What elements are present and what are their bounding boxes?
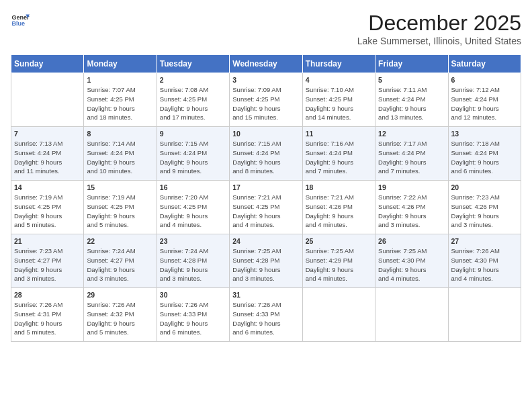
day-detail: Sunrise: 7:26 AM Sunset: 4:33 PM Dayligh…: [160, 300, 226, 337]
weekday-header-row: SundayMondayTuesdayWednesdayThursdayFrid…: [11, 55, 521, 73]
calendar-table: SundayMondayTuesdayWednesdayThursdayFrid…: [11, 54, 521, 342]
day-detail: Sunrise: 7:13 AM Sunset: 4:24 PM Dayligh…: [14, 139, 81, 176]
day-detail: Sunrise: 7:16 AM Sunset: 4:24 PM Dayligh…: [306, 139, 372, 176]
day-number: 4: [306, 76, 372, 84]
weekday-header-cell: Saturday: [448, 55, 521, 73]
calendar-cell: 8Sunrise: 7:14 AM Sunset: 4:24 PM Daylig…: [84, 127, 157, 181]
day-detail: Sunrise: 7:18 AM Sunset: 4:24 PM Dayligh…: [451, 139, 518, 176]
calendar-cell: 28Sunrise: 7:26 AM Sunset: 4:31 PM Dayli…: [11, 288, 84, 342]
day-number: 24: [232, 237, 299, 245]
day-number: 17: [232, 183, 299, 191]
month-title: December 2025: [357, 11, 521, 36]
day-detail: Sunrise: 7:22 AM Sunset: 4:26 PM Dayligh…: [378, 193, 445, 230]
day-detail: Sunrise: 7:19 AM Sunset: 4:25 PM Dayligh…: [87, 193, 153, 230]
calendar-cell: 3Sunrise: 7:09 AM Sunset: 4:25 PM Daylig…: [230, 73, 302, 127]
day-number: 12: [378, 130, 445, 138]
day-detail: Sunrise: 7:26 AM Sunset: 4:31 PM Dayligh…: [14, 300, 81, 337]
calendar-cell: 9Sunrise: 7:15 AM Sunset: 4:24 PM Daylig…: [157, 127, 229, 181]
day-number: 25: [306, 237, 372, 245]
day-number: 27: [451, 237, 518, 245]
day-number: 16: [160, 183, 226, 191]
calendar-cell: 24Sunrise: 7:25 AM Sunset: 4:28 PM Dayli…: [230, 234, 302, 288]
day-detail: Sunrise: 7:15 AM Sunset: 4:24 PM Dayligh…: [232, 139, 299, 176]
calendar-week-row: 1Sunrise: 7:07 AM Sunset: 4:25 PM Daylig…: [11, 73, 521, 127]
title-area: December 2025 Lake Summerset, Illinois, …: [357, 11, 521, 46]
day-detail: Sunrise: 7:09 AM Sunset: 4:25 PM Dayligh…: [232, 85, 299, 122]
day-detail: Sunrise: 7:17 AM Sunset: 4:24 PM Dayligh…: [378, 139, 445, 176]
calendar-cell: 17Sunrise: 7:21 AM Sunset: 4:25 PM Dayli…: [230, 181, 302, 234]
calendar-cell: [448, 288, 521, 342]
day-detail: Sunrise: 7:19 AM Sunset: 4:25 PM Dayligh…: [14, 193, 81, 230]
day-detail: Sunrise: 7:25 AM Sunset: 4:28 PM Dayligh…: [232, 246, 299, 283]
day-detail: Sunrise: 7:11 AM Sunset: 4:24 PM Dayligh…: [378, 85, 445, 122]
calendar-cell: 13Sunrise: 7:18 AM Sunset: 4:24 PM Dayli…: [448, 127, 521, 181]
weekday-header-cell: Tuesday: [157, 55, 229, 73]
day-detail: Sunrise: 7:23 AM Sunset: 4:27 PM Dayligh…: [14, 246, 81, 283]
day-number: 15: [87, 183, 153, 191]
weekday-header-cell: Thursday: [302, 55, 375, 73]
calendar-week-row: 21Sunrise: 7:23 AM Sunset: 4:27 PM Dayli…: [11, 234, 521, 288]
day-detail: Sunrise: 7:25 AM Sunset: 4:30 PM Dayligh…: [378, 246, 445, 283]
day-number: 29: [87, 291, 153, 299]
calendar-body: 1Sunrise: 7:07 AM Sunset: 4:25 PM Daylig…: [11, 73, 521, 342]
day-detail: Sunrise: 7:26 AM Sunset: 4:32 PM Dayligh…: [87, 300, 153, 337]
weekday-header-cell: Wednesday: [230, 55, 302, 73]
day-number: 13: [451, 130, 518, 138]
day-number: 26: [378, 237, 445, 245]
calendar-cell: 20Sunrise: 7:23 AM Sunset: 4:26 PM Dayli…: [448, 181, 521, 234]
calendar-cell: 12Sunrise: 7:17 AM Sunset: 4:24 PM Dayli…: [375, 127, 448, 181]
calendar-cell: 10Sunrise: 7:15 AM Sunset: 4:24 PM Dayli…: [230, 127, 302, 181]
calendar-cell: 22Sunrise: 7:24 AM Sunset: 4:27 PM Dayli…: [84, 234, 157, 288]
day-detail: Sunrise: 7:26 AM Sunset: 4:33 PM Dayligh…: [232, 300, 299, 337]
day-number: 30: [160, 291, 226, 299]
day-detail: Sunrise: 7:26 AM Sunset: 4:30 PM Dayligh…: [451, 246, 518, 283]
calendar-cell: 4Sunrise: 7:10 AM Sunset: 4:25 PM Daylig…: [302, 73, 375, 127]
day-detail: Sunrise: 7:07 AM Sunset: 4:25 PM Dayligh…: [87, 85, 153, 122]
calendar-cell: 27Sunrise: 7:26 AM Sunset: 4:30 PM Dayli…: [448, 234, 521, 288]
calendar-cell: [375, 288, 448, 342]
calendar-week-row: 7Sunrise: 7:13 AM Sunset: 4:24 PM Daylig…: [11, 127, 521, 181]
calendar-cell: 18Sunrise: 7:21 AM Sunset: 4:26 PM Dayli…: [302, 181, 375, 234]
logo: General Blue: [11, 11, 31, 30]
day-number: 28: [14, 291, 81, 299]
calendar-cell: [302, 288, 375, 342]
weekday-header-cell: Friday: [375, 55, 448, 73]
day-number: 22: [87, 237, 153, 245]
day-number: 19: [378, 183, 445, 191]
calendar-cell: 2Sunrise: 7:08 AM Sunset: 4:25 PM Daylig…: [157, 73, 229, 127]
calendar-cell: 30Sunrise: 7:26 AM Sunset: 4:33 PM Dayli…: [157, 288, 229, 342]
day-number: 31: [232, 291, 299, 299]
calendar-cell: 1Sunrise: 7:07 AM Sunset: 4:25 PM Daylig…: [84, 73, 157, 127]
day-detail: Sunrise: 7:24 AM Sunset: 4:27 PM Dayligh…: [87, 246, 153, 283]
svg-text:Blue: Blue: [11, 20, 25, 27]
day-detail: Sunrise: 7:21 AM Sunset: 4:26 PM Dayligh…: [306, 193, 372, 230]
day-detail: Sunrise: 7:14 AM Sunset: 4:24 PM Dayligh…: [87, 139, 153, 176]
day-number: 20: [451, 183, 518, 191]
day-number: 11: [306, 130, 372, 138]
day-number: 3: [232, 76, 299, 84]
day-number: 23: [160, 237, 226, 245]
day-detail: Sunrise: 7:10 AM Sunset: 4:25 PM Dayligh…: [306, 85, 372, 122]
day-number: 7: [14, 130, 81, 138]
day-detail: Sunrise: 7:20 AM Sunset: 4:25 PM Dayligh…: [160, 193, 226, 230]
calendar-cell: 15Sunrise: 7:19 AM Sunset: 4:25 PM Dayli…: [84, 181, 157, 234]
day-detail: Sunrise: 7:23 AM Sunset: 4:26 PM Dayligh…: [451, 193, 518, 230]
calendar-cell: 16Sunrise: 7:20 AM Sunset: 4:25 PM Dayli…: [157, 181, 229, 234]
calendar-cell: 26Sunrise: 7:25 AM Sunset: 4:30 PM Dayli…: [375, 234, 448, 288]
calendar-cell: 5Sunrise: 7:11 AM Sunset: 4:24 PM Daylig…: [375, 73, 448, 127]
calendar-cell: 21Sunrise: 7:23 AM Sunset: 4:27 PM Dayli…: [11, 234, 84, 288]
day-number: 1: [87, 76, 153, 84]
calendar-cell: 25Sunrise: 7:25 AM Sunset: 4:29 PM Dayli…: [302, 234, 375, 288]
calendar-cell: 19Sunrise: 7:22 AM Sunset: 4:26 PM Dayli…: [375, 181, 448, 234]
day-number: 5: [378, 76, 445, 84]
day-number: 14: [14, 183, 81, 191]
calendar-week-row: 14Sunrise: 7:19 AM Sunset: 4:25 PM Dayli…: [11, 181, 521, 234]
day-number: 8: [87, 130, 153, 138]
calendar-cell: 11Sunrise: 7:16 AM Sunset: 4:24 PM Dayli…: [302, 127, 375, 181]
day-number: 18: [306, 183, 372, 191]
day-number: 10: [232, 130, 299, 138]
day-number: 21: [14, 237, 81, 245]
calendar-cell: 14Sunrise: 7:19 AM Sunset: 4:25 PM Dayli…: [11, 181, 84, 234]
calendar-cell: 7Sunrise: 7:13 AM Sunset: 4:24 PM Daylig…: [11, 127, 84, 181]
calendar-week-row: 28Sunrise: 7:26 AM Sunset: 4:31 PM Dayli…: [11, 288, 521, 342]
